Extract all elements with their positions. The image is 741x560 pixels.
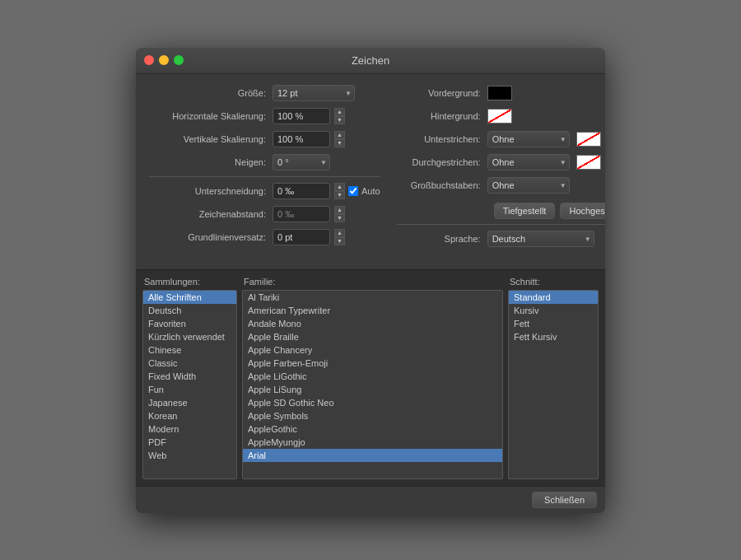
vordergrund-label: Vordergrund: xyxy=(397,88,487,98)
close-traffic-light[interactable] xyxy=(144,55,154,65)
list-item[interactable]: Apple Symbols xyxy=(243,409,502,422)
list-item[interactable]: Korean xyxy=(143,409,236,422)
neigen-dropdown-wrapper: 0 ° xyxy=(273,154,330,170)
traffic-lights xyxy=(144,55,184,65)
auto-checkbox[interactable] xyxy=(348,186,358,196)
maximize-traffic-light[interactable] xyxy=(174,55,184,65)
neigen-label: Neigen: xyxy=(149,157,273,167)
list-item[interactable]: Arial xyxy=(243,449,502,462)
grundlinienversatz-control: ▲ ▼ xyxy=(273,229,345,245)
list-item[interactable]: Kursiv xyxy=(509,304,598,317)
v-skalierung-control: ▲ ▼ xyxy=(273,131,345,147)
list-item[interactable]: Deutsch xyxy=(143,304,236,317)
list-item[interactable]: Fett xyxy=(509,317,598,330)
list-item[interactable]: Apple Chancery xyxy=(243,343,502,357)
hintergrund-swatch[interactable] xyxy=(487,109,512,124)
unterschneidung-down[interactable]: ▼ xyxy=(334,191,345,199)
list-item[interactable]: AppleMyungjo xyxy=(243,436,502,449)
unterstrichen-dropdown-wrapper: Ohne xyxy=(487,131,570,147)
durchgestrichen-select[interactable]: Ohne xyxy=(487,154,570,170)
unterschneidung-spinner: ▲ ▼ xyxy=(334,183,345,199)
close-button[interactable]: Schließen xyxy=(532,492,597,508)
durchgestrichen-label: Durchgestrichen: xyxy=(397,157,487,167)
list-item[interactable]: AppleGothic xyxy=(243,422,502,436)
grundlinienversatz-up[interactable]: ▲ xyxy=(334,229,345,237)
position-buttons-row: Tiefgestellt Hochgestellt xyxy=(494,199,605,219)
grundlinienversatz-down[interactable]: ▼ xyxy=(334,237,345,245)
durchgestrichen-swatch[interactable] xyxy=(576,155,601,170)
groesse-control: 12 pt xyxy=(273,85,355,101)
list-item[interactable]: Kürzlich verwendet xyxy=(143,330,236,343)
zeichenabstand-input[interactable] xyxy=(273,206,330,222)
sammlungen-header: Sammlungen: xyxy=(142,277,237,287)
list-item[interactable]: American Typewriter xyxy=(243,304,502,317)
hintergrund-label: Hintergrund: xyxy=(397,111,487,121)
window-title: Zeichen xyxy=(352,54,389,67)
auto-label: Auto xyxy=(361,186,380,196)
h-skalierung-down[interactable]: ▼ xyxy=(334,116,345,124)
auto-checkbox-label: Auto xyxy=(348,183,380,199)
list-item[interactable]: Fixed Width xyxy=(143,370,236,383)
sprache-select[interactable]: Deutsch xyxy=(487,231,594,247)
neigen-control: 0 ° xyxy=(273,154,330,170)
sprache-control: Deutsch xyxy=(487,231,594,247)
h-skalierung-input[interactable] xyxy=(273,108,330,124)
list-item[interactable]: Apple Braille xyxy=(243,330,502,343)
list-item[interactable]: Al Tariki xyxy=(243,291,502,304)
list-item[interactable]: Chinese xyxy=(143,343,236,357)
list-item[interactable]: Standard xyxy=(509,291,598,304)
v-skalierung-down[interactable]: ▼ xyxy=(334,139,345,147)
hochgestellt-button[interactable]: Hochgestellt xyxy=(560,203,605,219)
unterstrichen-control: Ohne xyxy=(487,131,601,147)
groesse-label: Größe: xyxy=(149,88,273,98)
list-item[interactable]: Japanese xyxy=(143,396,236,409)
vordergrund-control xyxy=(487,86,512,100)
list-item[interactable]: Favoriten xyxy=(143,317,236,330)
list-item[interactable]: Fun xyxy=(143,383,236,396)
right-column: Vordergrund: Hintergrund: Unterstrichen: xyxy=(397,84,605,253)
list-item[interactable]: Andale Mono xyxy=(243,317,502,330)
tiefgestellt-button[interactable]: Tiefgestellt xyxy=(494,203,556,219)
list-item[interactable]: Apple LiSung xyxy=(243,383,502,396)
familie-header: Familie: xyxy=(242,277,503,287)
unterschneidung-label: Unterschneidung: xyxy=(149,186,273,196)
list-item[interactable]: PDF xyxy=(143,436,236,449)
unterschneidung-input[interactable] xyxy=(273,183,330,199)
list-item[interactable]: Web xyxy=(143,449,236,462)
neigen-row: Neigen: 0 ° xyxy=(149,153,380,171)
list-item[interactable]: Apple SD Gothic Neo xyxy=(243,396,502,409)
minimize-traffic-light[interactable] xyxy=(159,55,169,65)
v-skalierung-input[interactable] xyxy=(273,131,330,147)
list-item[interactable]: Apple Farben-Emoji xyxy=(243,357,502,370)
unterschneidung-up[interactable]: ▲ xyxy=(334,183,345,191)
unterstrichen-select[interactable]: Ohne xyxy=(487,131,570,147)
left-column: Größe: 12 pt Horizontale Skalierung: xyxy=(149,84,380,253)
grossbuchstaben-select[interactable]: Ohne xyxy=(487,177,570,194)
list-item[interactable]: Modern xyxy=(143,422,236,436)
unterstrichen-swatch[interactable] xyxy=(576,132,601,147)
zeichenabstand-down[interactable]: ▼ xyxy=(334,214,345,222)
list-item[interactable]: Apple LiGothic xyxy=(243,370,502,383)
lists-wrapper: Sammlungen: Alle Schriften Deutsch Favor… xyxy=(142,277,599,479)
groesse-dropdown-wrapper: 12 pt xyxy=(273,85,355,101)
zeichenabstand-up[interactable]: ▲ xyxy=(334,206,345,214)
vordergrund-row: Vordergrund: xyxy=(397,84,605,102)
sammlungen-list[interactable]: Alle Schriften Deutsch Favoriten Kürzlic… xyxy=(142,290,237,479)
groesse-select[interactable]: 12 pt xyxy=(273,85,355,101)
h-skalierung-up[interactable]: ▲ xyxy=(334,108,345,116)
vordergrund-swatch[interactable] xyxy=(487,86,512,100)
familie-list[interactable]: Al Tariki American Typewriter Andale Mon… xyxy=(242,290,503,479)
hintergrund-row: Hintergrund: xyxy=(397,107,605,125)
h-skalierung-label: Horizontale Skalierung: xyxy=(149,111,273,121)
list-item[interactable]: Fett Kursiv xyxy=(509,330,598,343)
unterstrichen-row: Unterstrichen: Ohne xyxy=(397,130,605,148)
grundlinienversatz-input[interactable] xyxy=(273,229,330,245)
neigen-select[interactable]: 0 ° xyxy=(273,154,330,170)
v-skalierung-up[interactable]: ▲ xyxy=(334,131,345,139)
durchgestrichen-row: Durchgestrichen: Ohne xyxy=(397,153,605,171)
list-item[interactable]: Alle Schriften xyxy=(143,291,236,304)
list-item[interactable]: Classic xyxy=(143,357,236,370)
grossbuchstaben-dropdown-wrapper: Ohne xyxy=(487,177,570,194)
schnitt-list[interactable]: Standard Kursiv Fett Fett Kursiv xyxy=(508,290,599,479)
zeichenabstand-control: ▲ ▼ xyxy=(273,206,345,222)
